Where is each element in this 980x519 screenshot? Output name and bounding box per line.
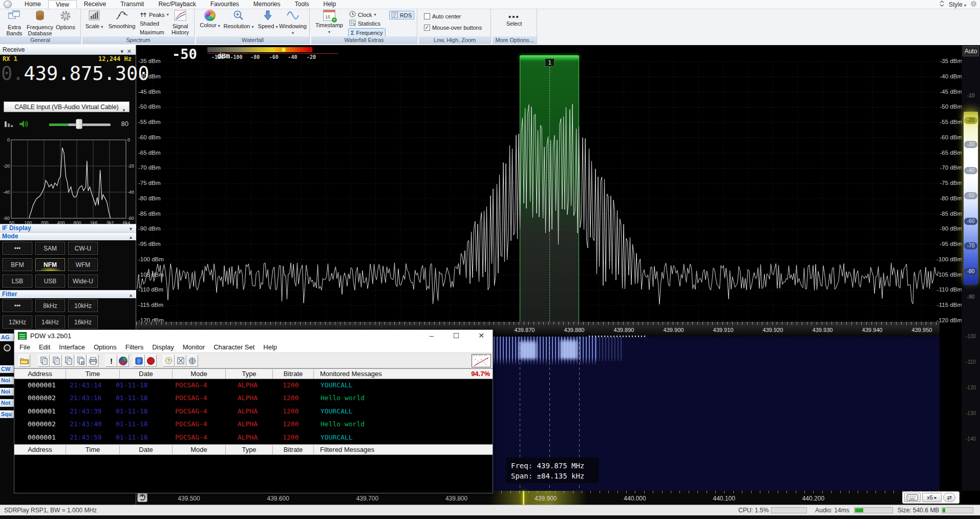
- range-tick-label[interactable]: -40: [964, 167, 977, 174]
- colour-wheel-icon[interactable]: [117, 355, 129, 367]
- collapse-panel-icon[interactable]: ▾: [120, 47, 123, 56]
- mode-button[interactable]: SAM: [35, 242, 65, 255]
- pan-arrows-button[interactable]: ⇄: [943, 493, 955, 502]
- filter-button[interactable]: •••: [3, 299, 32, 312]
- mode-button[interactable]: NFM: [35, 258, 65, 271]
- volume-slider-handle[interactable]: [76, 119, 82, 129]
- audio-device-dropdown[interactable]: CABLE Input (VB-Audio Virtual Cable) ▼: [4, 101, 130, 112]
- timestamp-button[interactable]: 15 + Timestamp ▾: [314, 10, 344, 35]
- range-tick-label[interactable]: -70: [964, 242, 977, 250]
- filter-button[interactable]: 12kHz: [3, 316, 32, 328]
- pdw-menu-item[interactable]: Edit: [39, 342, 50, 352]
- filtered-messages-list[interactable]: [14, 455, 493, 493]
- frequency-database-button[interactable]: Frequency Database: [25, 10, 55, 36]
- range-tick-label[interactable]: -20: [964, 117, 977, 124]
- section-filter[interactable]: Filter▲: [0, 290, 136, 298]
- clock-button[interactable]: Clock▾: [349, 11, 376, 18]
- colour-button[interactable]: Colour ▾: [198, 10, 222, 29]
- equalizer-icon[interactable]: [4, 120, 13, 130]
- chevron-up-icon[interactable]: ▲: [129, 292, 133, 299]
- scale-button[interactable]: Scale ▾: [83, 10, 105, 30]
- alert-icon[interactable]: !: [105, 355, 117, 367]
- pdw-menu-item[interactable]: Interface: [59, 342, 85, 352]
- mode-button[interactable]: USB: [35, 275, 65, 287]
- minimize-button[interactable]: –: [421, 330, 442, 342]
- smoothing-button[interactable]: Smoothing: [106, 10, 138, 29]
- chevron-up-icon[interactable]: ▲: [129, 234, 133, 241]
- options-button[interactable]: Options: [53, 10, 78, 30]
- section-stub[interactable]: Noi: [0, 377, 14, 384]
- zoom-factor-button[interactable]: x5 ▸: [922, 493, 942, 502]
- ribbon-tab[interactable]: Help: [316, 0, 344, 9]
- windowing-button[interactable]: Windowing ▾: [278, 10, 308, 36]
- power-button[interactable]: [137, 492, 147, 502]
- globe-icon[interactable]: [186, 355, 198, 367]
- ribbon-tab[interactable]: Tools: [288, 0, 316, 9]
- ribbon-tab[interactable]: Transmit: [113, 0, 151, 9]
- help-balloon-icon[interactable]: ?: [163, 355, 175, 367]
- speaker-icon[interactable]: [18, 119, 30, 131]
- section-stub[interactable]: CW: [0, 365, 14, 373]
- copy-icon[interactable]: [50, 355, 62, 367]
- app-menu-orb[interactable]: [4, 1, 12, 8]
- section-if-display[interactable]: IF Display▼: [0, 224, 136, 232]
- record-icon[interactable]: [145, 355, 157, 367]
- style-menu[interactable]: Style ▾: [949, 1, 966, 8]
- ribbon-tab[interactable]: View: [48, 0, 77, 9]
- mode-button[interactable]: WFM: [68, 258, 98, 271]
- copy-icon[interactable]: [62, 355, 74, 367]
- copy-icon[interactable]: [38, 355, 50, 367]
- pdw-message-row[interactable]: 0000001 21:43:14 01-11-18 POCSAG-4 ALPHA…: [14, 379, 493, 392]
- mode-button[interactable]: BFM: [3, 258, 32, 271]
- section-stub[interactable]: AG: [0, 334, 14, 341]
- filter-button[interactable]: 14kHz: [35, 316, 65, 328]
- statistics-button[interactable]: 9 Statistics: [349, 19, 380, 27]
- maximize-button[interactable]: ☐: [446, 330, 466, 342]
- range-tick-label[interactable]: -80: [964, 268, 977, 275]
- pdw-menu-item[interactable]: Display: [152, 342, 174, 352]
- range-tick-label[interactable]: -50: [964, 192, 977, 199]
- select-button[interactable]: ••• Select: [500, 14, 528, 27]
- mouse-over-buttons-checkbox[interactable]: ✓ Mouse-over buttons: [424, 24, 482, 31]
- ribbon-tab[interactable]: Home: [17, 0, 48, 9]
- speed-button[interactable]: Speed ▾: [257, 10, 279, 30]
- section-stub[interactable]: Not: [0, 399, 14, 407]
- pdw-menu-item[interactable]: Character Set: [214, 342, 254, 352]
- filter-button[interactable]: 16kHz: [68, 316, 98, 328]
- ribbon-tab[interactable]: Favourites: [203, 0, 246, 9]
- section-stub[interactable]: Noi: [0, 388, 14, 396]
- ribbon-tab[interactable]: Rec/Playback: [151, 0, 203, 9]
- waterfall-colorbar[interactable]: [207, 47, 312, 52]
- monitor-icon[interactable]: [133, 355, 145, 367]
- range-tick-label[interactable]: -30: [964, 141, 977, 148]
- peaks-button[interactable]: Peaks▾: [140, 11, 169, 18]
- rx-marker-badge[interactable]: 1: [545, 58, 555, 67]
- close-panel-icon[interactable]: ✕: [127, 47, 132, 56]
- rds-toggle-button[interactable]: RDS: [389, 11, 414, 19]
- settings-gear-icon[interactable]: [970, 1, 977, 9]
- signal-history-button[interactable]: Signal History: [168, 10, 192, 35]
- auto-center-checkbox[interactable]: Auto center: [424, 12, 461, 20]
- range-tick-label[interactable]: -60: [964, 218, 977, 225]
- ribbon-tab[interactable]: Memories: [246, 0, 288, 9]
- pdw-menu-item[interactable]: Monitor: [183, 342, 205, 352]
- frequency-toggle-button[interactable]: Σ Frequency: [348, 28, 386, 37]
- filter-button[interactable]: 8kHz: [35, 299, 65, 312]
- resolution-button[interactable]: Resolution ▾: [223, 10, 254, 30]
- printer-icon[interactable]: [87, 355, 99, 367]
- pdw-menu-item[interactable]: Help: [263, 342, 277, 352]
- ribbon-tab[interactable]: Receive: [77, 0, 113, 9]
- filter-button[interactable]: 10kHz: [68, 299, 98, 312]
- pdw-menu-item[interactable]: Filters: [125, 342, 143, 352]
- open-folder-icon[interactable]: [18, 355, 30, 367]
- radio-button-stub[interactable]: [4, 344, 11, 351]
- section-stub[interactable]: Squ: [0, 410, 14, 418]
- pdw-title-bar[interactable]: PDW v3.2b01 – ☐ ✕: [14, 330, 493, 343]
- auto-range-button[interactable]: Auto: [963, 46, 979, 56]
- pdw-message-row[interactable]: 0000001 21:43:39 01-11-18 POCSAG-4 ALPHA…: [14, 405, 493, 418]
- save-page-icon[interactable]: [75, 355, 87, 367]
- frequency-display[interactable]: 0.439.875.300: [1, 63, 134, 85]
- close-button[interactable]: ✕: [471, 330, 492, 342]
- pdw-menu-item[interactable]: File: [19, 342, 30, 352]
- colorbar-marker-dot[interactable]: [282, 48, 286, 52]
